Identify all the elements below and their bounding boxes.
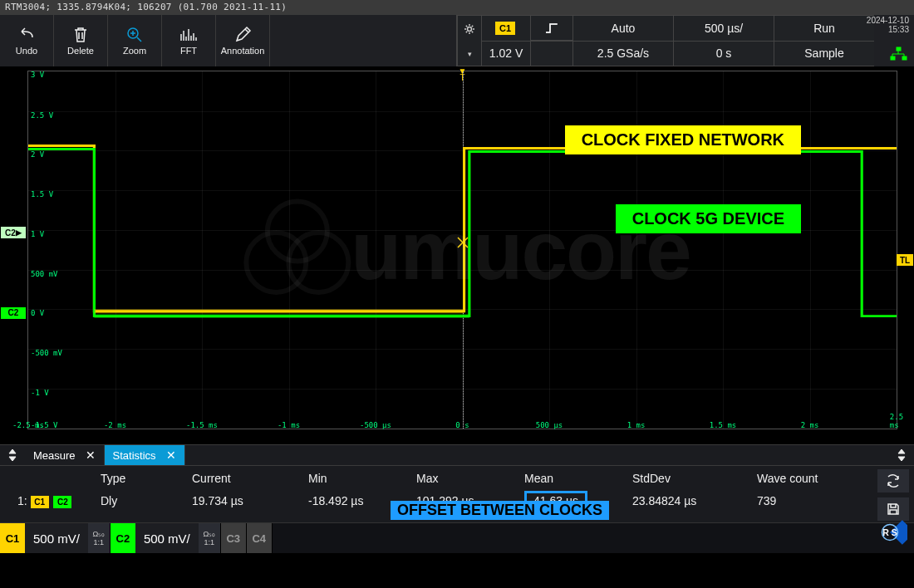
- cell-current: 19.734 µs: [191, 490, 307, 512]
- settings-button[interactable]: ▾: [457, 16, 481, 66]
- trash-icon: [71, 26, 90, 44]
- channel-marker-c2-top[interactable]: C2▶: [1, 227, 26, 238]
- th-type: Type: [100, 471, 191, 490]
- fft-icon: [179, 26, 199, 44]
- tab-measure[interactable]: Measure ✕: [25, 445, 105, 465]
- trigger-level-marker[interactable]: TL: [897, 254, 913, 266]
- delay-value: 0 s: [716, 47, 732, 60]
- svg-rect-2: [897, 47, 901, 51]
- fft-label: FFT: [180, 46, 197, 56]
- trigger-edge-cell[interactable]: [531, 16, 572, 41]
- channel-c2-meta: Ω₅₀ 1:1: [199, 523, 220, 553]
- timebase-cell[interactable]: 500 µs/: [674, 16, 774, 42]
- brand-logo-icon: R S: [872, 515, 907, 550]
- th-stddev: StdDev: [631, 471, 756, 490]
- close-icon[interactable]: ✕: [166, 448, 176, 462]
- table-header-row: Type Current Min Max Mean StdDev Wave co…: [17, 471, 864, 490]
- expand-handle-left[interactable]: [0, 445, 25, 465]
- pencil-icon: [233, 26, 252, 44]
- undo-label: Undo: [16, 46, 37, 56]
- acq-mode-cell[interactable]: Sample: [774, 42, 874, 66]
- th-current: Current: [191, 471, 307, 490]
- acq-mode-value: Sample: [804, 47, 843, 60]
- trigger-source-badge: C1: [495, 22, 515, 35]
- th-max: Max: [415, 471, 523, 490]
- trigger-level-cell[interactable]: 1.02 V: [482, 42, 530, 66]
- annotation-button[interactable]: Annotation: [216, 15, 270, 66]
- cell-wave: 739: [756, 490, 864, 512]
- run-state-value: Run: [813, 22, 835, 35]
- channel-c2-chip[interactable]: C2 500 mV/ Ω₅₀ 1:1: [111, 523, 221, 553]
- network-status-icon[interactable]: [886, 45, 911, 63]
- fft-button[interactable]: FFT: [162, 15, 216, 66]
- channel-c4-label: C4: [247, 523, 272, 553]
- svg-rect-3: [891, 56, 895, 60]
- svg-rect-4: [902, 56, 907, 60]
- updown-icon: [7, 449, 17, 461]
- channel-c4-chip[interactable]: C4: [247, 523, 273, 553]
- close-icon[interactable]: ✕: [86, 448, 96, 462]
- undo-button[interactable]: Undo: [0, 15, 54, 66]
- channel-c1-meta: Ω₅₀ 1:1: [88, 523, 110, 553]
- cell-type: Dly: [100, 490, 191, 512]
- svg-point-1: [468, 27, 472, 32]
- th-min: Min: [307, 471, 415, 490]
- top-toolbar-zone: Undo Delete Zoom FFT Annotation ▾ C1 1.0…: [0, 15, 914, 66]
- zoom-button[interactable]: Zoom: [108, 15, 162, 66]
- row-index: 1:: [17, 494, 27, 507]
- delete-label: Delete: [67, 46, 94, 56]
- tab-statistics[interactable]: Statistics ✕: [105, 445, 185, 465]
- tab-statistics-label: Statistics: [113, 449, 156, 462]
- updown-icon: [897, 449, 907, 461]
- cell-stddev: 23.84824 µs: [631, 490, 756, 512]
- zoom-label: Zoom: [123, 46, 146, 56]
- channel-marker-c2-bottom[interactable]: C2: [1, 307, 26, 319]
- trigger-level-value: 1.02 V: [489, 47, 523, 60]
- expand-handle-right[interactable]: [889, 445, 914, 465]
- trigger-mode-cell[interactable]: Auto: [573, 16, 673, 42]
- row-source-c2: C2: [53, 496, 71, 508]
- th-mean: Mean: [523, 471, 631, 490]
- delay-cell[interactable]: 0 s: [674, 42, 774, 66]
- run-state-cell[interactable]: Run: [774, 16, 874, 42]
- panel-tabstrip: Measure ✕ Statistics ✕: [0, 444, 914, 466]
- tab-measure-label: Measure: [33, 449, 76, 462]
- channel-c2-label: C2: [111, 523, 135, 553]
- annotation-clock-fixed[interactable]: CLOCK FIXED NETWORK: [565, 125, 801, 154]
- sample-rate-cell[interactable]: 2.5 GSa/s: [573, 42, 673, 66]
- channel-c1-chip[interactable]: C1 500 mV/ Ω₅₀ 1:1: [0, 523, 111, 553]
- annotation-offset[interactable]: OFFSET BETWEEN CLOCKS: [391, 501, 609, 520]
- sample-rate-value: 2.5 GSa/s: [597, 47, 649, 60]
- time-value: 15:33: [867, 25, 909, 34]
- annotation-clock-5g[interactable]: CLOCK 5G DEVICE: [616, 204, 801, 233]
- timebase-value: 500 µs/: [705, 22, 743, 35]
- delete-button[interactable]: Delete: [54, 15, 108, 66]
- channel-c2-scale: 500 mV/: [135, 523, 199, 553]
- statistics-panel: Type Current Min Max Mean StdDev Wave co…: [0, 466, 914, 523]
- refresh-button[interactable]: [877, 469, 909, 492]
- toolbar: Undo Delete Zoom FFT Annotation: [0, 15, 270, 66]
- trigger-mode-value: Auto: [612, 22, 636, 35]
- datetime: 2024-12-10 15:33: [865, 14, 911, 36]
- channel-c1-scale: 500 mV/: [25, 523, 88, 553]
- channel-bar: C1 500 mV/ Ω₅₀ 1:1 C2 500 mV/ Ω₅₀ 1:1 C3…: [0, 523, 914, 553]
- undo-icon: [17, 26, 37, 44]
- title-bar: RTM3004; 1335.8794K04; 106207 (01.700 20…: [0, 0, 914, 15]
- annotation-label: Annotation: [221, 46, 265, 56]
- date-value: 2024-12-10: [867, 16, 909, 25]
- row-source-c1: C1: [31, 496, 49, 508]
- waveform-grid: 3 V 2.5 V 2 V 1.5 V 1 V 500 mV 0 V -500 …: [27, 71, 897, 429]
- zoom-icon: [125, 26, 144, 44]
- edge-icon: [544, 22, 559, 34]
- channel-c3-label: C3: [221, 523, 246, 553]
- chevron-down-icon: ▾: [468, 50, 472, 58]
- channel-c3-chip[interactable]: C3: [221, 523, 247, 553]
- refresh-icon: [885, 473, 902, 488]
- waveform-area[interactable]: 3 V 2.5 V 2 V 1.5 V 1 V 500 mV 0 V -500 …: [0, 66, 914, 444]
- channel-c1-label: C1: [0, 523, 25, 553]
- th-wave: Wave count: [756, 471, 864, 490]
- gear-icon: [464, 23, 475, 35]
- trigger-source-cell[interactable]: C1: [482, 16, 530, 42]
- svg-text:R S: R S: [882, 527, 897, 537]
